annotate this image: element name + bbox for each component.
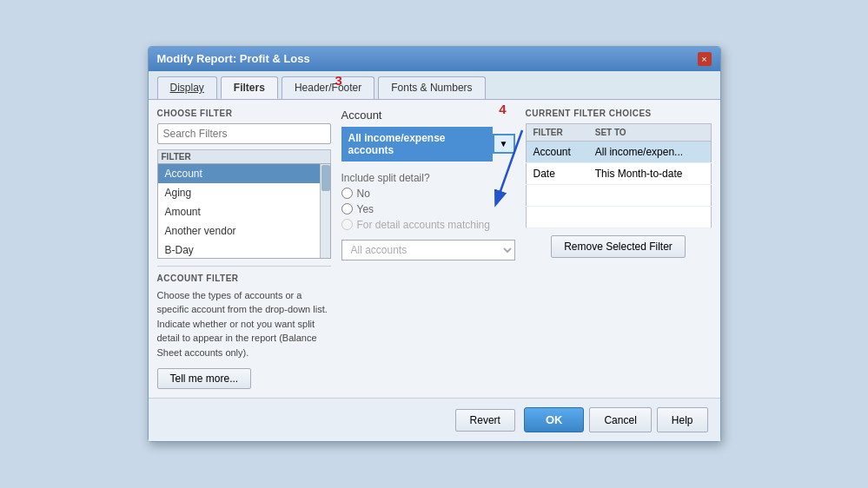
close-button[interactable]: × — [698, 52, 712, 66]
scrollbar[interactable] — [320, 164, 330, 258]
account-filter-section: Account Filter Choose the types of accou… — [157, 266, 331, 390]
radio-no-label: No — [357, 188, 370, 200]
account-section-label: Account — [341, 109, 515, 122]
all-accounts-dropdown[interactable]: All accounts — [341, 240, 515, 260]
filter-item-b-day[interactable]: B-Day — [158, 241, 330, 259]
tell-me-more-button[interactable]: Tell me more... — [157, 368, 252, 389]
current-filter-label: Current Filter Choices — [526, 109, 712, 118]
split-detail-group: Include split detail? No Yes For detail … — [341, 170, 515, 233]
include-split-text: Include split detail? — [341, 172, 430, 184]
annotation-4: 4 — [499, 102, 506, 116]
for-detail-label: For detail accounts matching — [357, 219, 490, 231]
radio-no[interactable] — [341, 188, 353, 199]
revert-button[interactable]: Revert — [455, 409, 515, 432]
tab-header-footer[interactable]: Header/Footer — [282, 76, 374, 99]
current-filter-table: Filter Set To Account All income/expen..… — [526, 123, 712, 228]
ok-button[interactable]: OK — [524, 407, 585, 432]
search-filters-input[interactable] — [157, 123, 331, 144]
radio-yes-label: Yes — [357, 203, 374, 215]
left-panel: Choose Filter Filter Account Aging Amoun… — [157, 109, 331, 390]
right-panel: Current Filter Choices Filter Set To Acc… — [526, 109, 712, 390]
middle-panel: 4 Account All income/expense accounts ▼ … — [341, 109, 515, 390]
account-dropdown-wrapper: All income/expense accounts ▼ — [341, 127, 515, 162]
filter-cell-date: Date — [526, 162, 588, 184]
radio-yes-item: Yes — [341, 201, 515, 217]
help-button[interactable]: Help — [657, 407, 708, 432]
filter-cell-account: Account — [526, 141, 588, 162]
radio-yes[interactable] — [341, 203, 353, 214]
choose-filter-label: Choose Filter — [157, 109, 331, 118]
set-to-header: Set To — [588, 123, 711, 141]
filter-item-aging[interactable]: Aging — [158, 183, 330, 202]
bottom-bar: Revert OK Cancel Help — [149, 398, 720, 441]
filter-col-header: Filter — [157, 149, 331, 163]
title-bar: Modify Report: Profit & Loss × — [149, 47, 720, 71]
remove-filter-wrapper: Remove Selected Filter — [526, 235, 712, 258]
bottom-right-buttons: OK Cancel Help — [524, 407, 708, 432]
modify-report-dialog: Modify Report: Profit & Loss × 3 Display… — [148, 46, 721, 443]
radio-no-item: No — [341, 186, 515, 201]
filter-item-account[interactable]: Account — [158, 164, 330, 183]
filter-item-another-vendor[interactable]: Another vendor — [158, 221, 330, 241]
table-row-empty1 — [526, 184, 711, 206]
include-split-label: Include split detail? — [341, 170, 515, 186]
filter-list: Account Aging Amount Another vendor B-Da… — [157, 163, 331, 259]
account-dropdown-arrow[interactable]: ▼ — [493, 134, 515, 154]
tab-filters[interactable]: Filters — [221, 76, 278, 99]
account-filter-description: Choose the types of accounts or a specif… — [157, 288, 331, 360]
set-to-cell-account: All income/expen... — [588, 141, 711, 162]
radio-for-detail[interactable] — [341, 219, 353, 230]
set-to-cell-date: This Month-to-date — [588, 162, 711, 184]
filter-header: Filter — [526, 123, 588, 141]
tab-display[interactable]: Display — [157, 76, 217, 99]
dialog-title: Modify Report: Profit & Loss — [157, 52, 310, 65]
table-row[interactable]: Account All income/expen... — [526, 141, 711, 162]
scroll-thumb — [321, 165, 330, 191]
dialog-inner: 3 Display Filters Header/Footer Fonts & … — [149, 71, 720, 442]
account-dropdown-value[interactable]: All income/expense accounts — [341, 127, 493, 162]
tab-fonts-numbers[interactable]: Fonts & Numbers — [378, 76, 485, 99]
remove-selected-filter-button[interactable]: Remove Selected Filter — [551, 235, 686, 258]
table-row-empty2 — [526, 206, 711, 228]
cancel-button[interactable]: Cancel — [589, 407, 651, 432]
account-filter-label: Account Filter — [157, 274, 331, 283]
content-area: Choose Filter Filter Account Aging Amoun… — [149, 100, 720, 399]
filter-item-amount[interactable]: Amount — [158, 202, 330, 221]
for-detail-item: For detail accounts matching — [341, 217, 515, 233]
annotation-3: 3 — [335, 73, 342, 88]
tab-bar: Display Filters Header/Footer Fonts & Nu… — [149, 71, 720, 100]
table-row[interactable]: Date This Month-to-date — [526, 162, 711, 184]
